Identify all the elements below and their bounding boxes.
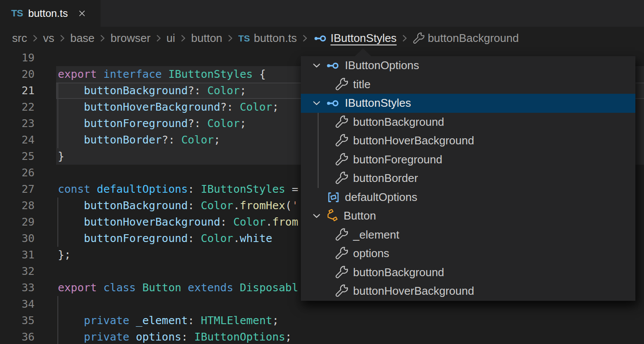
code-line-35[interactable]: 35 private _element: HTMLElement; [0,312,644,329]
chevron-right-glyph [154,33,164,43]
property-icon [335,153,348,166]
chevron-right-glyph [400,33,410,43]
breadcrumb-separator-icon [178,33,188,43]
property-icon [335,172,348,185]
code-text: buttonHoverBackground: Color.from [35,214,298,230]
property-icon [335,266,348,279]
property-icon [335,134,348,147]
symbol-dropdown: IButtonOptionstitleIButtonStylesbuttonBa… [301,56,635,301]
interface-glyph [313,31,328,46]
symbol-label: buttonHoverBackground [353,134,474,147]
symbol-item-buttonHoverBackground[interactable]: buttonHoverBackground [301,131,635,150]
code-text: buttonForeground?: Color; [35,115,246,132]
code-text: export interface IButtonStyles { [35,66,266,83]
interface-icon [313,31,328,46]
line-number: 35 [0,312,35,329]
line-number: 31 [0,247,35,263]
breadcrumb-item-vs[interactable]: vs [43,32,54,45]
symbol-label: _element [353,228,399,242]
property-icon [413,32,425,45]
property-glyph [335,172,348,185]
property-glyph [413,32,425,45]
tab-title: button.ts [28,7,68,19]
symbol-item-IButtonStyles[interactable]: IButtonStyles [301,94,635,113]
breadcrumb-label: buttonBackground [428,32,519,45]
interface-icon [325,58,340,73]
breadcrumb-separator-icon [57,33,67,43]
interface-glyph [325,96,340,111]
symbol-item-buttonBackground[interactable]: buttonBackground [301,113,635,132]
property-icon [335,78,348,91]
breadcrumb-item-base[interactable]: base [70,32,95,45]
close-icon[interactable] [77,9,87,18]
close-x-glyph [77,9,87,18]
line-number: 32 [0,263,35,280]
symbol-item-IButtonOptions[interactable]: IButtonOptions [301,56,635,75]
breadcrumb-item-buttonBackground[interactable]: buttonBackground [413,32,519,45]
breadcrumb-item-ui[interactable]: ui [167,32,175,45]
code-line-36[interactable]: 36 private options: IButtonOptions; [0,329,644,344]
line-number: 27 [0,181,35,197]
symbol-dropdown-notch [355,48,371,56]
property-icon [335,247,348,260]
property-icon [335,115,348,129]
property-glyph [335,115,348,129]
chevron-right-glyph [98,33,107,43]
symbol-item-buttonBackground[interactable]: buttonBackground [301,263,635,282]
symbol-item-title[interactable]: title [301,75,635,94]
chevron-down-icon[interactable] [311,60,322,71]
breadcrumb-item-browser[interactable]: browser [110,32,150,45]
breadcrumb-separator-icon [154,33,164,43]
symbol-label: title [353,78,370,91]
breadcrumb-label: vs [43,32,54,45]
property-icon [335,228,348,242]
symbol-item-buttonForeground[interactable]: buttonForeground [301,150,635,169]
chevron-down-icon[interactable] [311,210,322,222]
chevron-down-glyph [311,210,322,222]
breadcrumb-label: ui [167,32,175,45]
line-number: 22 [0,99,35,115]
line-number: 28 [0,197,35,214]
breadcrumb-item-button[interactable]: button [191,32,222,45]
class-icon [325,209,339,223]
symbol-label: Button [344,209,376,223]
typescript-file-icon: TS [238,33,250,44]
breadcrumb-separator-icon [30,33,40,43]
symbol-item-buttonHoverBackground[interactable]: buttonHoverBackground [301,282,635,301]
chevron-down-glyph [311,60,322,71]
chevron-right-glyph [178,33,188,43]
code-text: } [35,148,64,165]
property-glyph [335,247,348,260]
symbol-label: IButtonOptions [345,59,419,72]
breadcrumb-label: IButtonStyles [331,32,397,45]
line-number: 20 [0,66,35,83]
symbol-label: buttonBackground [353,266,444,279]
breadcrumb-item-src[interactable]: src [12,32,27,45]
property-glyph [335,153,348,166]
breadcrumb-separator-icon [400,33,410,43]
line-number: 30 [0,230,35,247]
variable-icon [327,191,340,204]
line-number: 25 [0,148,35,165]
interface-glyph [325,58,340,73]
symbol-item-options[interactable]: options [301,244,635,263]
variable-glyph [327,191,340,204]
breadcrumb-label: button.ts [254,32,297,45]
symbol-item-Button[interactable]: Button [301,207,635,226]
breadcrumb-item-button-ts[interactable]: TSbutton.ts [238,32,297,45]
tab-button-ts[interactable]: TS button.ts [0,0,101,27]
chevron-down-glyph [311,97,322,109]
line-number: 34 [0,296,35,312]
breadcrumb-label: browser [110,32,150,45]
symbol-item-defaultOptions[interactable]: defaultOptions [301,188,635,207]
symbol-item-buttonBorder[interactable]: buttonBorder [301,169,635,188]
property-icon [335,284,348,298]
symbol-item-_element[interactable]: _element [301,226,635,245]
breadcrumb-label: button [191,32,222,45]
property-glyph [335,284,348,298]
breadcrumb-separator-icon [98,33,107,43]
property-glyph [335,266,348,279]
chevron-down-icon[interactable] [311,97,322,109]
breadcrumb-item-IButtonStyles[interactable]: IButtonStyles [313,31,397,46]
line-number: 26 [0,165,35,181]
